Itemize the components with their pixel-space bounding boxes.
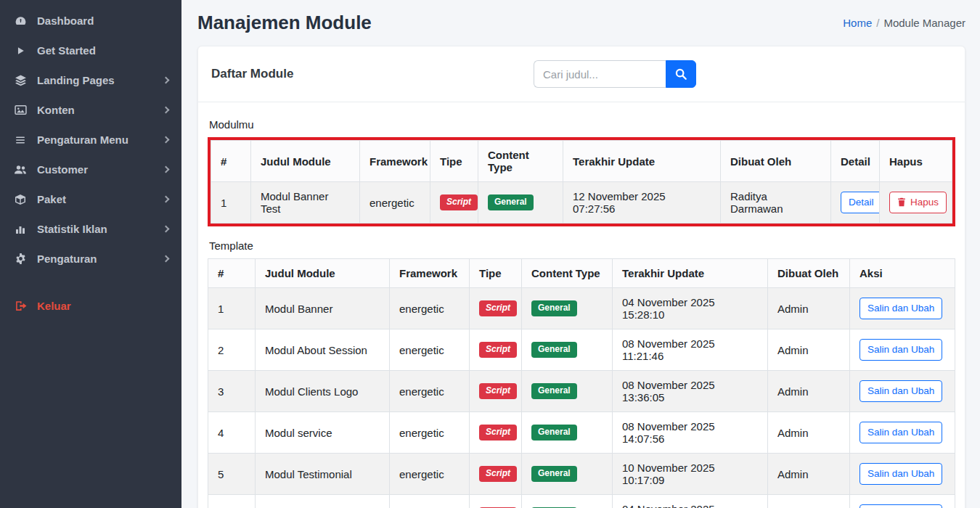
tipe-badge: Script [479, 383, 517, 399]
sidebar-item-statistik-iklan[interactable]: Statistik Iklan [0, 214, 181, 244]
cell-dibuat-oleh: Admin [768, 329, 850, 371]
card-body: Modulmu # Judul Module Framework Tipe Co… [198, 102, 965, 508]
modulmu-table-highlight: # Judul Module Framework Tipe Content Ty… [208, 137, 955, 226]
table-row: 5 Modul Testimonial energetic Script Gen… [208, 454, 955, 495]
image-icon [13, 104, 28, 116]
column-header: Terakhir Update [613, 259, 768, 288]
users-icon [13, 164, 28, 176]
column-header: Tipe [430, 141, 478, 182]
card-title: Daftar Module [211, 67, 293, 81]
cell-framework: energetic [360, 182, 430, 224]
salin-dan-ubah-button[interactable]: Salin dan Ubah [859, 463, 942, 485]
search-button[interactable] [666, 60, 696, 88]
cell-dibuat-oleh: Admin [768, 412, 850, 454]
cell-judul: Modul Banner Test [251, 182, 360, 224]
table-row: 1 Modul Banner energetic Script General … [208, 288, 955, 329]
logout-icon [13, 300, 28, 312]
cell-terakhir-update: 04 November 2025 15:26:52 [613, 495, 768, 508]
search-input[interactable] [534, 60, 666, 88]
salin-dan-ubah-button[interactable]: Salin dan Ubah [859, 339, 942, 361]
sidebar-item-customer[interactable]: Customer [0, 155, 181, 184]
sidebar-item-label: Get Started [37, 44, 96, 57]
modulmu-section-title: Modulmu [209, 118, 954, 131]
dashboard-icon [13, 15, 28, 27]
cell-content-type: General [522, 495, 613, 508]
hapus-button-label: Hapus [910, 196, 939, 209]
breadcrumb-home-link[interactable]: Home [843, 17, 872, 29]
table-row: 4 Modul service energetic Script General… [208, 412, 955, 454]
cell-framework: energetic [390, 454, 470, 495]
sidebar-item-label: Konten [37, 104, 75, 116]
sidebar-item-paket[interactable]: Paket [0, 184, 181, 214]
chevron-right-icon [163, 136, 170, 144]
sidebar-item-label: Landing Pages [37, 74, 115, 86]
sidebar-item-label: Pengaturan Menu [37, 134, 128, 146]
cell-framework: energetic [390, 329, 470, 371]
column-header: Aksi [850, 259, 955, 288]
cell-dibuat-oleh: Raditya Darmawan [721, 182, 831, 224]
page-header: Manajemen Module Home/Module Manager [197, 12, 965, 34]
page-title: Manajemen Module [197, 12, 372, 34]
salin-dan-ubah-button[interactable]: Salin dan Ubah [859, 298, 942, 319]
search-group [534, 60, 696, 88]
chevron-right-icon [163, 196, 170, 203]
cell-content-type: General [522, 329, 613, 371]
column-header: Terakhir Update [563, 141, 721, 182]
search-icon [674, 67, 687, 81]
cell-content-type: General [522, 454, 613, 495]
sidebar-item-landing-pages[interactable]: Landing Pages [0, 65, 181, 95]
tipe-badge: Script [479, 342, 517, 358]
cell-judul: Modul Banner [256, 495, 390, 508]
cell-tipe: Script [470, 288, 522, 329]
content-type-badge: General [531, 466, 577, 482]
salin-dan-ubah-button[interactable]: Salin dan Ubah [859, 380, 942, 402]
cell-terakhir-update: 08 November 2025 11:21:46 [613, 329, 768, 371]
sidebar-item-label: Paket [37, 193, 66, 205]
cell-content-type: General [522, 412, 613, 454]
cell-tipe: Script [470, 371, 522, 412]
sidebar-item-dashboard[interactable]: Dashboard [0, 6, 181, 36]
sidebar-item-label: Customer [37, 163, 88, 176]
sidebar-item-konten[interactable]: Konten [0, 95, 181, 125]
cell-no: 6 [208, 495, 256, 508]
cell-no: 3 [208, 371, 256, 412]
bar-chart-icon [13, 224, 28, 235]
cell-aksi: Salin dan Ubah [850, 371, 955, 412]
cell-judul: Modul Clients Logo [256, 371, 390, 412]
column-header: Judul Module [256, 259, 390, 288]
main-content: Manajemen Module Home/Module Manager Daf… [181, 0, 980, 508]
sidebar-item-keluar[interactable]: Keluar [0, 291, 181, 321]
cell-framework: energetic [390, 371, 470, 412]
cell-judul: Modul About Session [256, 329, 390, 371]
hapus-button[interactable]: Hapus [889, 192, 947, 213]
cell-content-type: General [522, 371, 613, 412]
tipe-badge: Script [479, 300, 517, 316]
sidebar-item-get-started[interactable]: Get Started [0, 36, 181, 65]
modulmu-header-row: # Judul Module Framework Tipe Content Ty… [211, 141, 952, 182]
template-table: # Judul Module Framework Tipe Content Ty… [208, 258, 955, 508]
cell-aksi: Salin dan Ubah [850, 495, 955, 508]
cell-dibuat-oleh: Admin [768, 495, 850, 508]
content-type-badge: General [531, 383, 577, 399]
cell-aksi: Salin dan Ubah [850, 288, 955, 329]
column-header: # [208, 259, 256, 288]
module-list-card: Daftar Module Modulmu [197, 46, 965, 508]
sidebar-item-pengaturan[interactable]: Pengaturan [0, 244, 181, 274]
detail-button[interactable]: Detail [841, 192, 880, 213]
column-header: Detail [831, 141, 880, 182]
content-type-badge: General [531, 342, 577, 358]
sidebar-item-pengaturan-menu[interactable]: Pengaturan Menu [0, 125, 181, 155]
cell-tipe: Script [430, 182, 478, 224]
cell-content-type: General [522, 288, 613, 329]
salin-dan-ubah-button[interactable]: Salin dan Ubah [859, 504, 942, 508]
gear-icon [13, 253, 28, 265]
column-header: Framework [390, 259, 470, 288]
salin-dan-ubah-button[interactable]: Salin dan Ubah [859, 422, 942, 443]
sidebar-item-label: Statistik Iklan [37, 223, 107, 235]
cell-terakhir-update: 12 November 2025 07:27:56 [563, 182, 721, 224]
cell-terakhir-update: 08 November 2025 14:07:56 [613, 412, 768, 454]
cell-hapus: Hapus [880, 182, 952, 224]
column-header: Content Type [478, 141, 563, 182]
cell-framework: energetic [390, 288, 470, 329]
chevron-right-icon [163, 107, 170, 114]
